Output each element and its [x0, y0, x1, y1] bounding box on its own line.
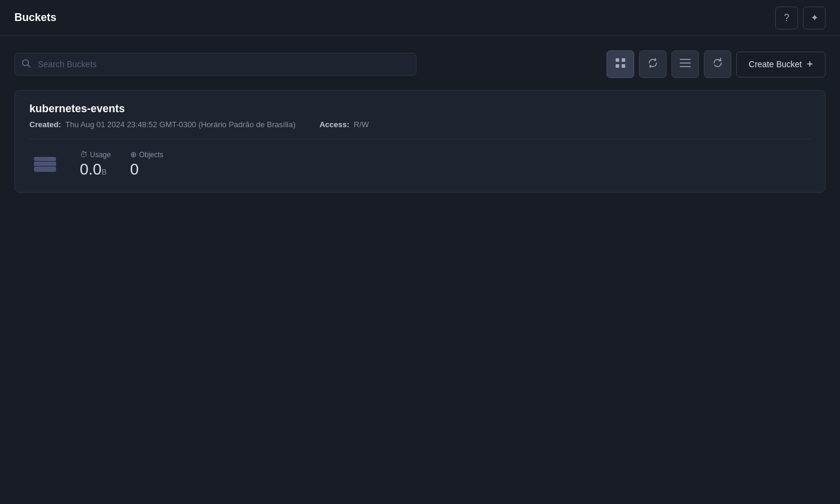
- toolbar: Create Bucket +: [14, 50, 826, 78]
- bucket-name: kubernetes-events: [29, 103, 811, 115]
- settings-button[interactable]: ✦: [803, 7, 826, 29]
- refresh-arrows-icon: [647, 58, 658, 71]
- objects-value: 0: [130, 160, 164, 179]
- svg-rect-2: [616, 58, 619, 62]
- search-icon: [22, 59, 31, 70]
- access-value: R/W: [354, 120, 369, 129]
- bucket-meta: Created: Thu Aug 01 2024 23:48:52 GMT-03…: [29, 120, 811, 139]
- header-actions: ? ✦: [775, 7, 826, 29]
- header: Buckets ? ✦: [0, 0, 840, 36]
- svg-rect-4: [616, 64, 619, 68]
- usage-label: ⏱ Usage: [80, 150, 111, 159]
- page-title: Buckets: [14, 11, 56, 24]
- create-bucket-button[interactable]: Create Bucket +: [736, 52, 826, 77]
- plus-icon: +: [806, 58, 813, 71]
- svg-line-1: [28, 65, 31, 68]
- create-bucket-label: Create Bucket: [749, 59, 802, 69]
- view-refresh-button[interactable]: [639, 50, 667, 78]
- bucket-icon: [29, 149, 61, 180]
- svg-rect-13: [34, 167, 56, 172]
- objects-icon: ⊕: [130, 150, 137, 159]
- svg-rect-3: [622, 58, 625, 62]
- help-button[interactable]: ?: [775, 7, 798, 29]
- svg-rect-9: [34, 157, 56, 161]
- view-list-button[interactable]: [671, 50, 699, 78]
- refresh-button[interactable]: [704, 50, 731, 78]
- objects-label: ⊕ Objects: [130, 150, 164, 159]
- toolbar-right: Create Bucket +: [607, 50, 826, 78]
- search-input[interactable]: [14, 53, 416, 76]
- usage-icon: ⏱: [80, 150, 88, 159]
- bucket-access: Access: R/W: [319, 120, 368, 129]
- main-content: Create Bucket + kubernetes-events Create…: [0, 36, 840, 207]
- usage-stat: ⏱ Usage 0.0B: [80, 150, 111, 179]
- access-label: Access:: [319, 120, 349, 129]
- help-icon: ?: [784, 13, 790, 23]
- bucket-card[interactable]: kubernetes-events Created: Thu Aug 01 20…: [14, 90, 826, 193]
- created-label: Created:: [29, 120, 61, 129]
- list-icon: [680, 58, 691, 70]
- view-grid-button[interactable]: [607, 50, 634, 78]
- bucket-created: Created: Thu Aug 01 2024 23:48:52 GMT-03…: [29, 120, 295, 129]
- search-container: [14, 53, 416, 76]
- objects-stat: ⊕ Objects 0: [130, 150, 164, 179]
- svg-rect-11: [34, 162, 56, 166]
- usage-unit: B: [101, 167, 107, 176]
- settings-icon: ✦: [811, 12, 818, 23]
- created-value: Thu Aug 01 2024 23:48:52 GMT-0300 (Horár…: [65, 120, 296, 129]
- svg-rect-5: [622, 64, 625, 68]
- bucket-list: kubernetes-events Created: Thu Aug 01 20…: [14, 90, 826, 193]
- refresh-icon: [712, 58, 723, 71]
- usage-value: 0.0B: [80, 160, 111, 179]
- bucket-stats: ⏱ Usage 0.0B ⊕ Objects 0: [29, 149, 811, 180]
- grid-icon: [615, 58, 626, 71]
